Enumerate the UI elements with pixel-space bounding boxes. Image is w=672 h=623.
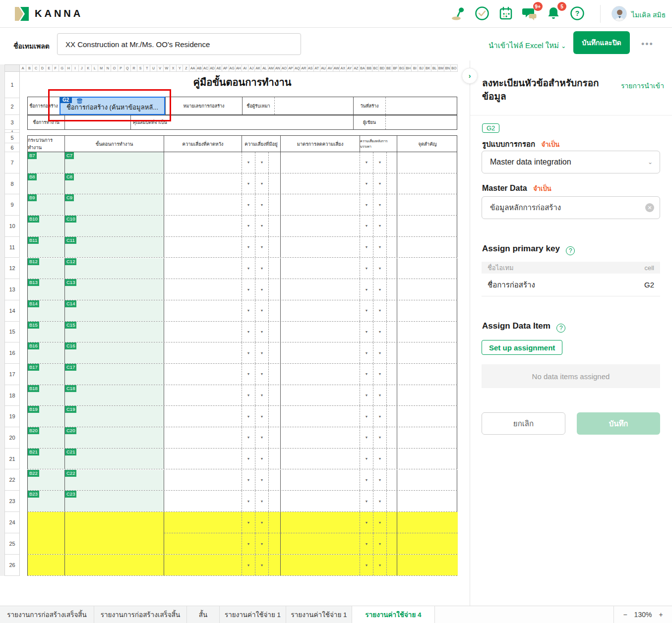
sheet-cell[interactable] — [397, 173, 458, 194]
sheet-cell[interactable] — [281, 427, 360, 448]
column-header-O[interactable]: O — [111, 64, 118, 72]
dropdown-cell[interactable]: ▼ — [360, 470, 373, 491]
dropdown-arrow-icon[interactable]: ▼ — [378, 267, 382, 270]
dropdown-arrow-icon[interactable]: ▼ — [260, 415, 264, 418]
dropdown-cell[interactable]: ▼ — [242, 364, 255, 385]
row-number-16[interactable]: 16 — [5, 342, 20, 364]
sheet-cell[interactable]: C20 — [65, 427, 164, 448]
dropdown-arrow-icon[interactable]: ▼ — [365, 245, 368, 249]
dropdown-cell[interactable]: ▼ — [373, 258, 387, 279]
master-data-input[interactable]: ข้อมูลหลักการก่อสร้าง ✕ — [482, 196, 660, 219]
sheet-cell[interactable]: C19 — [65, 406, 164, 427]
sheet-cell[interactable] — [164, 258, 242, 279]
cell-created-date-label[interactable]: วันที่สร้าง — [354, 97, 386, 114]
column-header-AC[interactable]: AC — [203, 64, 209, 72]
column-header-AQ[interactable]: AQ — [294, 64, 301, 72]
dropdown-arrow-icon[interactable]: ▼ — [365, 182, 368, 185]
dropdown-arrow-icon[interactable]: ▼ — [260, 330, 264, 334]
dropdown-cell[interactable]: ▼ — [360, 533, 373, 554]
dropdown-cell[interactable]: ▼ — [373, 152, 387, 173]
dropdown-arrow-icon[interactable]: ▼ — [260, 161, 264, 164]
sheet-cell[interactable] — [281, 152, 360, 173]
sheet-cell[interactable] — [164, 342, 242, 363]
sheet-cell[interactable] — [269, 385, 281, 406]
dropdown-cell[interactable]: ▼ — [360, 173, 373, 194]
sheet-cell[interactable] — [387, 406, 397, 427]
column-header-AI[interactable]: AI — [242, 64, 248, 72]
sheet-cell[interactable] — [387, 173, 397, 194]
sheet-cell[interactable] — [281, 258, 360, 279]
calendar-icon[interactable] — [498, 5, 514, 21]
dropdown-cell[interactable]: ▼ — [242, 385, 255, 406]
column-header-AD[interactable]: AD — [209, 64, 216, 72]
dropdown-cell[interactable]: ▼ — [255, 152, 269, 173]
dropdown-arrow-icon[interactable]: ▼ — [247, 415, 250, 418]
sheet-cell[interactable] — [281, 364, 360, 385]
dropdown-arrow-icon[interactable]: ▼ — [378, 224, 382, 227]
column-header-D[interactable]: D — [40, 64, 46, 72]
row-number-22[interactable]: 22 — [5, 470, 20, 491]
sheet-cell[interactable] — [281, 406, 360, 427]
dropdown-arrow-icon[interactable]: ▼ — [260, 224, 264, 227]
row-number-8[interactable]: 8 — [5, 173, 20, 195]
row-number-1[interactable]: 1 — [5, 72, 20, 98]
dropdown-arrow-icon[interactable]: ▼ — [247, 564, 250, 567]
save-button[interactable]: บันทึก — [577, 412, 660, 435]
sheet-cell[interactable] — [397, 555, 458, 575]
dropdown-cell[interactable]: ▼ — [242, 322, 255, 342]
dropdown-arrow-icon[interactable]: ▼ — [260, 436, 264, 439]
dropdown-cell[interactable]: ▼ — [373, 533, 387, 554]
column-header-AV[interactable]: AV — [327, 64, 333, 72]
sheet-cell[interactable] — [387, 385, 397, 406]
column-header-BE[interactable]: BE — [386, 64, 392, 72]
cell-contractor-name-label[interactable]: ชื่อผู้รับเหมา — [243, 97, 275, 114]
column-header-K[interactable]: K — [85, 64, 92, 72]
sheet-cell[interactable]: B19 — [28, 406, 65, 427]
sheet-cell[interactable] — [397, 470, 458, 491]
sheet-cell[interactable] — [164, 385, 242, 406]
dropdown-cell[interactable]: ▼ — [373, 173, 387, 194]
column-header-BO[interactable]: BO — [451, 64, 457, 72]
dropdown-cell[interactable]: ▼ — [373, 385, 387, 406]
column-header-AX[interactable]: AX — [340, 64, 346, 72]
dropdown-cell[interactable]: ▼ — [242, 491, 255, 511]
column-header-R[interactable]: R — [131, 64, 137, 72]
bell-icon[interactable]: 5 — [546, 5, 561, 21]
row-number-26[interactable]: 26 — [5, 555, 20, 576]
sheet-cell[interactable] — [65, 512, 164, 533]
dropdown-arrow-icon[interactable]: ▼ — [260, 372, 264, 376]
check-circle-icon[interactable] — [474, 5, 490, 21]
dropdown-cell[interactable]: ▼ — [242, 533, 255, 554]
sheet-cell[interactable] — [28, 512, 65, 533]
column-header-BH[interactable]: BH — [405, 64, 412, 72]
sheet-cell[interactable] — [397, 258, 458, 279]
import-list-link[interactable]: รายการนำเข้า — [621, 80, 664, 91]
column-header-H[interactable]: H — [65, 64, 72, 72]
column-header-BD[interactable]: BD — [379, 64, 385, 72]
dropdown-arrow-icon[interactable]: ▼ — [247, 288, 250, 291]
sheet-cell[interactable] — [164, 364, 242, 385]
sheet-cell[interactable] — [387, 216, 397, 236]
sheet-cell[interactable]: C18 — [65, 385, 164, 406]
dropdown-arrow-icon[interactable]: ▼ — [378, 500, 382, 503]
sheet-cell[interactable] — [164, 512, 242, 533]
sheet-cell[interactable]: B8 — [28, 173, 65, 194]
dropdown-cell[interactable]: ▼ — [242, 427, 255, 448]
dropdown-arrow-icon[interactable]: ▼ — [378, 245, 382, 249]
dropdown-arrow-icon[interactable]: ▼ — [260, 267, 264, 270]
sheet-cell[interactable] — [387, 470, 397, 491]
column-header-AK[interactable]: AK — [255, 64, 261, 72]
column-header-U[interactable]: U — [150, 64, 157, 72]
column-header-B[interactable]: B — [26, 64, 33, 72]
column-header-Z[interactable]: Z — [183, 64, 189, 72]
dropdown-arrow-icon[interactable]: ▼ — [378, 372, 382, 376]
dropdown-arrow-icon[interactable]: ▼ — [378, 415, 382, 418]
dropdown-cell[interactable]: ▼ — [360, 216, 373, 236]
more-menu-button[interactable]: ••• — [641, 39, 654, 50]
dropdown-arrow-icon[interactable]: ▼ — [365, 564, 368, 567]
column-header-BF[interactable]: BF — [392, 64, 399, 72]
sheet-cell[interactable] — [164, 449, 242, 469]
dropdown-cell[interactable]: ▼ — [373, 194, 387, 215]
dropdown-arrow-icon[interactable]: ▼ — [247, 521, 250, 524]
sheet-cell[interactable] — [397, 216, 458, 236]
